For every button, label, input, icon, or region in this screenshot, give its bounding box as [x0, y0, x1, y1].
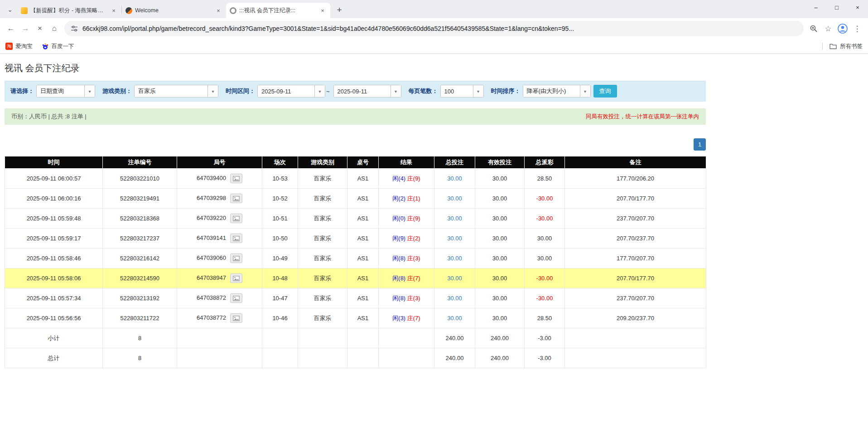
cell-payout: 28.50 [525, 308, 565, 328]
cell-result: 闲(8) 庄(3) [379, 288, 434, 308]
table-row: 2025-09-11 05:56:56522803211722647038772… [5, 308, 706, 328]
tab-welcome[interactable]: Welcome × [122, 3, 226, 18]
search-button[interactable]: 查询 [593, 85, 617, 98]
stop-loading-button[interactable]: × [33, 21, 47, 36]
total-bet-link[interactable]: 30.00 [447, 195, 462, 202]
cell-table-no: AS1 [347, 249, 379, 268]
cell-note: 207.70/177.70 [565, 189, 706, 209]
new-tab-button[interactable]: + [333, 4, 346, 16]
folder-icon [829, 43, 837, 49]
game-type-input[interactable] [135, 85, 207, 97]
date-from-input[interactable] [258, 85, 314, 97]
table-row: 2025-09-11 05:58:46522803216142647039060… [5, 249, 706, 268]
bookmark-taobao[interactable]: 淘 爱淘宝 [5, 43, 33, 50]
result-image-button[interactable] [230, 313, 242, 323]
back-button[interactable]: ← [4, 21, 18, 36]
bookmark-baidu[interactable]: 百度一下 [42, 43, 74, 50]
home-button[interactable]: ⌂ [47, 21, 62, 36]
round-number: 647039298 [197, 195, 226, 201]
time-sort-combobox[interactable]: ▾ [523, 85, 591, 98]
total-bet-link[interactable]: 30.00 [447, 275, 462, 282]
date-from-combobox[interactable]: ▾ [257, 85, 325, 98]
all-bookmarks[interactable]: 所有书签 [822, 43, 863, 50]
result-image-button[interactable] [230, 174, 242, 183]
cell-table-no: AS1 [347, 268, 379, 288]
chevron-down-icon[interactable]: ▾ [207, 85, 218, 97]
page-number-button[interactable]: 1 [694, 138, 706, 151]
total-bet-link[interactable]: 30.00 [447, 215, 462, 222]
bookmark-star-icon[interactable]: ☆ [821, 21, 835, 36]
cell-valid-bet: 30.00 [475, 308, 525, 328]
time-sort-label: 时间排序： [491, 87, 521, 95]
total-bet-link[interactable]: 30.00 [447, 235, 462, 242]
total-bet-link[interactable]: 30.00 [447, 255, 462, 262]
tab-bet-records[interactable]: :::视讯 会员下注纪录::: × [226, 3, 330, 18]
tab-title: Welcome [135, 7, 212, 14]
cell-time: 2025-09-11 05:58:46 [5, 249, 103, 268]
result-player: 闲(3) [392, 315, 405, 322]
round-number: 647039400 [197, 175, 226, 181]
browser-toolbar: ← → × ⌂ 66cxkj98.com/ipl/portal.php/game… [0, 18, 868, 39]
chevron-down-icon[interactable]: ▾ [473, 85, 483, 97]
page-title: 视讯 会员下注纪录 [5, 62, 706, 74]
cell-bet-id: 522803216142 [103, 249, 177, 268]
site-settings-icon[interactable] [71, 25, 78, 32]
total-total-bet: 240.00 [434, 348, 475, 368]
minimize-button[interactable]: – [805, 0, 826, 15]
time-sort-input[interactable] [523, 85, 580, 97]
date-to-input[interactable] [334, 85, 391, 97]
col-payout: 总派彩 [525, 156, 565, 169]
cell-time: 2025-09-11 05:56:56 [5, 308, 103, 328]
per-page-input[interactable] [441, 85, 473, 97]
tab-title: :::视讯 会员下注纪录::: [239, 7, 316, 15]
bookmarks-bar: 淘 爱淘宝 百度一下 所有书签 [0, 39, 868, 54]
col-bet-id: 注单编号 [103, 156, 177, 169]
profile-avatar-icon[interactable] [835, 21, 850, 36]
result-banker: 庄(7) [407, 275, 420, 282]
bookmarks-divider [822, 43, 823, 50]
cell-session: 10-49 [262, 249, 298, 268]
tab-forum[interactable]: 【新提醒】积分 - 海燕策略论坛 × [17, 3, 121, 18]
query-type-input[interactable] [37, 85, 84, 97]
result-image-button[interactable] [230, 273, 242, 283]
game-type-combobox[interactable]: ▾ [134, 85, 218, 98]
total-bet-link[interactable]: 30.00 [447, 315, 462, 322]
menu-icon[interactable]: ⋮ [850, 21, 864, 36]
cell-session: 10-53 [262, 169, 298, 189]
time-range-label: 时间区间： [226, 87, 255, 95]
cell-valid-bet: 30.00 [475, 249, 525, 268]
tab-search-icon[interactable]: ⌄ [4, 3, 16, 16]
total-bet-link[interactable]: 30.00 [447, 175, 462, 182]
chevron-down-icon[interactable]: ▾ [314, 85, 325, 97]
cell-time: 2025-09-11 05:59:17 [5, 229, 103, 249]
chevron-down-icon[interactable]: ▾ [391, 85, 401, 97]
close-tab-icon[interactable]: × [318, 6, 327, 15]
cell-result: 闲(2) 庄(1) [379, 189, 434, 209]
result-image-button[interactable] [230, 254, 242, 263]
result-image-button[interactable] [230, 293, 242, 303]
query-type-combobox[interactable]: ▾ [36, 85, 95, 98]
chevron-down-icon[interactable]: ▾ [580, 85, 590, 97]
date-to-combobox[interactable]: ▾ [333, 85, 401, 98]
result-image-button[interactable] [230, 214, 242, 223]
zoom-icon[interactable] [806, 21, 821, 36]
close-tab-icon[interactable]: × [214, 6, 222, 15]
cell-total-bet: 30.00 [434, 209, 475, 229]
result-image-button[interactable] [230, 234, 242, 243]
cell-bet-id: 522803213192 [103, 288, 177, 308]
chevron-down-icon[interactable]: ▾ [84, 85, 95, 97]
address-bar[interactable]: 66cxkj98.com/ipl/portal.php/game/betreco… [64, 21, 804, 36]
cell-session: 10-48 [262, 268, 298, 288]
close-window-button[interactable]: × [847, 0, 868, 15]
close-tab-icon[interactable]: × [110, 6, 118, 15]
table-body: 2025-09-11 06:00:57522803221010647039400… [5, 169, 706, 328]
result-player: 闲(8) [392, 255, 405, 262]
forward-button[interactable]: → [18, 21, 33, 36]
result-banker: 庄(2) [407, 235, 420, 242]
per-page-combobox[interactable]: ▾ [440, 85, 484, 98]
total-bet-link[interactable]: 30.00 [447, 295, 462, 302]
maximize-button[interactable]: □ [826, 0, 847, 15]
result-image-button[interactable] [230, 194, 242, 203]
table-row: 2025-09-11 05:58:06522803214590647038947… [5, 268, 706, 288]
url-text[interactable]: 66cxkj98.com/ipl/portal.php/game/betreco… [82, 25, 574, 32]
